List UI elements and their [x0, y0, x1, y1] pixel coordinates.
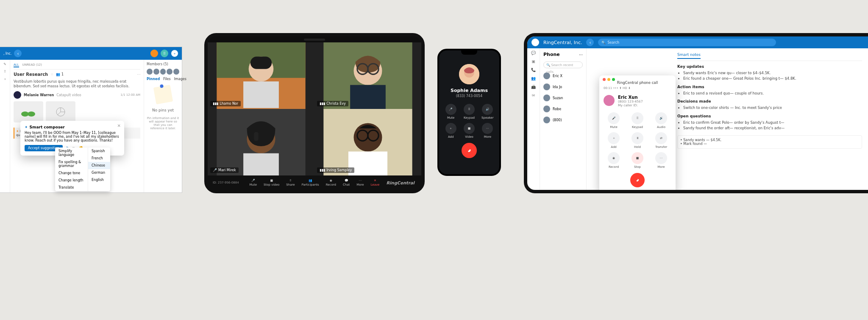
- video-tile[interactable]: ▮▮▮Irving Sampley: [314, 109, 421, 175]
- lang-german[interactable]: German: [88, 169, 110, 176]
- contact-row[interactable]: (800): [543, 117, 583, 123]
- menu-tone[interactable]: Change tone: [55, 170, 88, 177]
- participants-button[interactable]: 👥Participants: [302, 179, 319, 186]
- tablet-phone-app: RingCentral, Inc. ‹ 🔍 Search 💬 ▣ 📞 👥 📠 ✉…: [524, 33, 868, 193]
- stop-button[interactable]: ■Stop: [627, 152, 648, 169]
- caller-name: Sophie Adams: [451, 88, 488, 93]
- video-tile[interactable]: 🎤Mari Mirek: [208, 109, 314, 175]
- record-button[interactable]: ◉Record: [326, 179, 336, 186]
- speaker-button[interactable]: 🔊Speaker: [480, 104, 495, 120]
- call-status: 00:11 ••• ⬆ HD ⬇: [604, 86, 671, 90]
- add-button[interactable]: ＋Add: [443, 123, 458, 139]
- more-button[interactable]: ⋯More: [356, 179, 364, 186]
- tab-pinned[interactable]: Pinned: [147, 77, 160, 81]
- note-item: Eric found a cheaper one— Great Polos In…: [683, 76, 862, 81]
- nav-contacts-icon[interactable]: 👥: [531, 76, 536, 81]
- note-item: Eric to send a revised quo— couple of ho…: [683, 91, 862, 96]
- tab-all[interactable]: ALL: [14, 63, 19, 67]
- message-header: Melanie Warren Catapult video 1/1 12:00 …: [14, 91, 140, 99]
- menu-simplify[interactable]: Simplify language: [55, 147, 88, 159]
- close-icon[interactable]: ✕: [117, 123, 121, 128]
- channel-header: User Research ☆ 👥 1 ⋯: [14, 72, 140, 77]
- popover-title: Smart composer: [30, 125, 65, 129]
- nav-phone-icon[interactable]: 📞: [531, 68, 536, 72]
- overflow-icon[interactable]: ⋯: [137, 72, 140, 76]
- presence-icon[interactable]: [150, 50, 158, 57]
- leave-button[interactable]: ✕Leave: [371, 179, 380, 186]
- phone-notch: [461, 50, 477, 55]
- timestamp: 1/1 12:00 AM: [120, 93, 140, 97]
- mute-button[interactable]: 🎤Mute: [443, 104, 458, 120]
- compose-icon[interactable]: ✎: [3, 62, 6, 66]
- more-button[interactable]: ⋯More: [651, 152, 671, 169]
- video-button[interactable]: ■Video: [462, 123, 476, 139]
- keypad-button[interactable]: ⠿Keypad: [627, 112, 648, 129]
- search-recent[interactable]: 🔍 Search recent calls: [543, 61, 583, 68]
- active-call-card: RingCentral phone call 00:11 ••• ⬆ HD ⬇ …: [599, 75, 676, 193]
- audio-button[interactable]: 🔊Audio: [651, 112, 671, 129]
- caller-avatar: [459, 64, 479, 84]
- suggestion-text: Hey team, I'll be OOO from May 1–May 11,…: [25, 131, 120, 142]
- nav-video-icon[interactable]: ▣: [531, 59, 535, 64]
- lang-french[interactable]: French: [88, 155, 110, 162]
- meeting-toolbar: ID: 237-956-0884 🎤Mute ■Stop video ⇧Shar…: [208, 175, 421, 190]
- star-icon[interactable]: ☆: [50, 72, 53, 76]
- lang-english[interactable]: English: [88, 176, 110, 184]
- sparkle-icon: ✦: [25, 125, 28, 129]
- sec-heading: Open questions: [677, 114, 862, 118]
- tab-files[interactable]: Files: [163, 77, 171, 81]
- svg-rect-7: [243, 81, 279, 108]
- mute-button[interactable]: 🎤Mute: [604, 112, 624, 129]
- contact-row[interactable]: Robe: [543, 106, 583, 112]
- right-sidebar: Members (5) Pinned Files Images No pins …: [144, 60, 182, 192]
- share-button[interactable]: ⇧Share: [286, 179, 295, 186]
- nav-fax-icon[interactable]: 📠: [531, 85, 536, 89]
- keypad-button[interactable]: ⠿Keypad: [462, 104, 476, 120]
- contact-row[interactable]: Suzan: [543, 95, 583, 101]
- tab-images[interactable]: Images: [174, 77, 186, 81]
- dialpad-button[interactable]: ⠿: [161, 50, 168, 57]
- mute-button[interactable]: 🎤Mute: [250, 179, 257, 186]
- video-tile[interactable]: ▮▮▮Christa Evy: [314, 42, 421, 109]
- image-thumb[interactable]: [46, 101, 75, 122]
- tile-name: Lhamo Nor: [220, 102, 238, 106]
- menu-translate[interactable]: Translate: [55, 184, 88, 191]
- search-field[interactable]: 🔍 Search: [598, 39, 776, 46]
- plus-icon[interactable]: ＋: [3, 77, 7, 81]
- hold-button[interactable]: ⏸Hold: [627, 132, 648, 149]
- transfer-button[interactable]: ⇄Transfer: [651, 132, 671, 149]
- nav-message-icon[interactable]: 💬: [531, 51, 536, 55]
- video-button[interactable]: ■Stop video: [264, 179, 279, 186]
- menu-fix[interactable]: Fix spelling & grammar: [55, 159, 88, 170]
- menu-length[interactable]: Change length: [55, 177, 88, 184]
- add-button[interactable]: ＋Add: [604, 132, 624, 149]
- summary-box: • Sandy wants — $4.5K.• Mark found —: [677, 135, 862, 149]
- note-item: Eric to confirm Great Polo— order by San…: [683, 120, 862, 125]
- hangup-button[interactable]: [462, 143, 477, 158]
- video-tile[interactable]: ▮▮▮Lhamo Nor: [208, 42, 314, 109]
- more-button[interactable]: ⋯More: [480, 123, 495, 139]
- svg-rect-15: [243, 153, 279, 175]
- record-button[interactable]: ◉Record: [604, 152, 624, 169]
- tab-smart-notes[interactable]: Smart notes: [677, 53, 701, 59]
- tab-unread[interactable]: UNREAD (12): [22, 63, 42, 67]
- new-button[interactable]: ＋: [171, 50, 178, 57]
- overflow-icon[interactable]: ⋯: [579, 53, 583, 57]
- contact-row[interactable]: Ida Jo: [543, 83, 583, 90]
- back-button[interactable]: ‹: [586, 39, 594, 46]
- avatar[interactable]: [531, 39, 539, 46]
- note-item: Switch to one-color shirts — Inc. to mee…: [683, 105, 862, 111]
- hangup-button[interactable]: [630, 173, 645, 187]
- lang-chinese[interactable]: Chinese: [88, 162, 110, 169]
- back-button[interactable]: ‹: [14, 50, 22, 57]
- image-thumb[interactable]: [14, 101, 43, 122]
- members-avatars[interactable]: [147, 69, 179, 75]
- nav-text-icon[interactable]: ✉: [532, 93, 535, 97]
- chat-button[interactable]: 💬Chat: [343, 179, 350, 186]
- share-icon[interactable]: ⇪: [3, 70, 6, 73]
- mic-icon: 🎤: [213, 168, 217, 172]
- contact-row[interactable]: Eric X: [543, 72, 583, 79]
- side-rail: ✎ ⇪ ＋: [0, 60, 10, 192]
- video-grid: ▮▮▮Lhamo Nor ▮▮▮Christa Evy 🎤Mari Mirek …: [208, 42, 421, 175]
- lang-spanish[interactable]: Spanish: [88, 147, 110, 155]
